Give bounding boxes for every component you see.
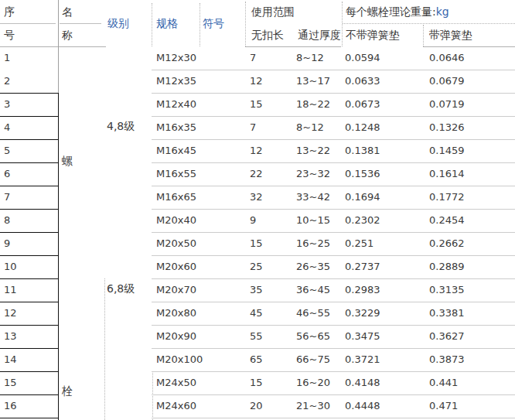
- cell-spec: M16x55: [156, 162, 196, 186]
- table-row: 10 M20x60 25 26~35 0.2737 0.2889: [0, 255, 515, 278]
- row-separator: [152, 232, 515, 233]
- row-separator: [152, 70, 515, 70]
- header-divider-range-weight: [342, 2, 343, 46]
- row-separator: [152, 278, 515, 279]
- header-unthreaded-length: 无扣长: [251, 23, 284, 46]
- cell-weight-without-washer: 0.0633: [345, 70, 380, 93]
- header-grade-link[interactable]: 级别: [107, 12, 129, 35]
- cell-spec: M20x100: [156, 348, 203, 371]
- cell-through-thickness: 23~32: [296, 162, 330, 186]
- seq-divider: [0, 93, 59, 94]
- table-row: 9 M20x50 15 16~25 0.251 0.2662: [0, 232, 515, 255]
- cell-weight-with-washer: 0.3381: [429, 302, 465, 325]
- cell-unthreaded-length: 7: [250, 46, 256, 70]
- row-separator: [152, 209, 515, 210]
- row-separator: [152, 325, 515, 326]
- seq-divider: [0, 186, 59, 186]
- cell-seq: 8: [4, 209, 10, 232]
- cell-seq: 14: [4, 348, 17, 371]
- cell-spec: M12x35: [156, 70, 196, 93]
- header-weight-unit-link[interactable]: kg: [436, 5, 449, 18]
- row-separator: [152, 162, 515, 163]
- cell-unthreaded-length: 15: [250, 93, 263, 116]
- cell-unthreaded-length: 22: [250, 162, 263, 186]
- cell-spec: M24x60: [156, 394, 196, 418]
- cell-weight-with-washer: 0.3135: [429, 278, 465, 302]
- cell-spec: M12x40: [156, 93, 196, 116]
- cell-seq: 15: [4, 371, 17, 394]
- seq-divider: [0, 371, 59, 372]
- divider-weight-header: [343, 23, 515, 24]
- header-through-thickness: 通过厚度: [298, 23, 341, 46]
- cell-unthreaded-length: 25: [250, 255, 263, 278]
- seq-divider: [0, 394, 59, 395]
- header-spec-link[interactable]: 规格: [156, 12, 178, 35]
- cell-weight-without-washer: 0.3229: [345, 302, 380, 325]
- cell-weight-with-washer: 0.0719: [429, 93, 465, 116]
- cell-through-thickness: 46~55: [296, 302, 330, 325]
- seq-divider: [0, 348, 59, 349]
- header-divider-washer: [423, 25, 424, 46]
- cell-weight-with-washer: 0.2662: [429, 232, 465, 255]
- cell-unthreaded-length: 32: [250, 186, 263, 209]
- cell-seq: 16: [4, 394, 17, 418]
- seq-divider: [0, 255, 59, 256]
- cell-weight-without-washer: 0.251: [345, 232, 373, 255]
- header-name-line2: 称: [62, 23, 73, 46]
- cell-weight-without-washer: 0.2302: [345, 209, 380, 232]
- cell-spec: M20x90: [156, 325, 196, 348]
- row-separator: [152, 418, 515, 418]
- cell-weight-with-washer: 0.2454: [429, 209, 465, 232]
- table-row: 4 M16x35 7 8~12 0.1248 0.1326: [0, 116, 515, 139]
- cell-weight-with-washer: 0.1614: [429, 162, 465, 186]
- cell-unthreaded-length: 15: [250, 232, 263, 255]
- cell-through-thickness: 21~30: [296, 394, 330, 418]
- row-separator: [152, 93, 515, 94]
- cell-weight-with-washer: 0.441: [429, 371, 458, 394]
- cell-unthreaded-length: 20: [250, 394, 263, 418]
- seq-divider: [0, 162, 59, 163]
- table-row: 3 M12x40 15 18~22 0.0673 0.0719: [0, 93, 515, 116]
- header-symbol-link[interactable]: 符号: [203, 12, 224, 35]
- row-separator: [152, 255, 515, 256]
- cell-through-thickness: 36~45: [296, 278, 330, 302]
- cell-spec: M16x45: [156, 139, 196, 162]
- row-separator: [152, 394, 515, 395]
- header-seq-line1: 序: [4, 0, 15, 23]
- row-separator: [152, 139, 515, 140]
- cell-weight-without-washer: 0.0594: [345, 46, 380, 70]
- row-separator: [152, 348, 515, 349]
- cell-seq: 7: [4, 186, 10, 209]
- cell-unthreaded-length: 9: [250, 209, 256, 232]
- cell-through-thickness: 10~15: [296, 209, 330, 232]
- cell-weight-with-washer: 0.1326: [429, 116, 465, 139]
- header-seq-line2: 号: [4, 23, 15, 46]
- cell-unthreaded-length: 55: [250, 325, 263, 348]
- cell-seq: 4: [4, 116, 10, 139]
- cell-weight-without-washer: 0.0673: [345, 93, 380, 116]
- cell-spec: M24x50: [156, 371, 196, 394]
- cell-spec: M20x60: [156, 255, 196, 278]
- divider-name-header: [60, 23, 101, 24]
- cell-seq: 1: [4, 46, 10, 70]
- row-separator: [152, 371, 515, 372]
- cell-through-thickness: 16~25: [296, 232, 330, 255]
- cell-spec: M20x50: [156, 232, 196, 255]
- cell-unthreaded-length: 12: [250, 70, 263, 93]
- cell-seq: 5: [4, 139, 10, 162]
- cell-unthreaded-length: 15: [250, 371, 263, 394]
- cell-through-thickness: 26~35: [296, 255, 330, 278]
- seq-divider: [0, 116, 59, 117]
- cell-unthreaded-length: 12: [250, 139, 263, 162]
- cell-through-thickness: 66~75: [296, 348, 330, 371]
- cell-weight-with-washer: 0.3873: [429, 348, 465, 371]
- cell-through-thickness: 13~17: [296, 70, 330, 93]
- table-row: 12 M20x80 45 46~55 0.3229 0.3381: [0, 302, 515, 325]
- row-separator: [152, 116, 515, 117]
- header-weight-without-washer: 不带弹簧垫: [346, 23, 400, 46]
- table-row: 11 M20x70 35 36~45 0.2983 0.3135: [0, 278, 515, 302]
- header-divider-spec-symbol: [200, 3, 200, 46]
- table-row: 15 M24x50 15 16~20 0.4148 0.441: [0, 371, 515, 394]
- cell-weight-with-washer: 0.1772: [429, 186, 465, 209]
- cell-through-thickness: 8~12: [296, 46, 324, 70]
